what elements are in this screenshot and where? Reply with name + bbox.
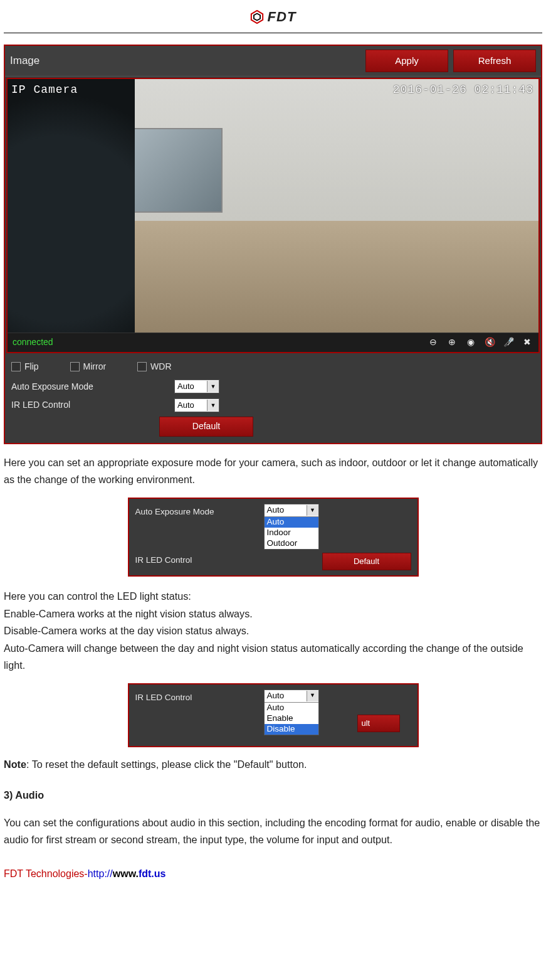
svg-marker-0 <box>251 11 262 23</box>
ir-disable-description: Disable-Camera works at the day vision s… <box>4 622 542 640</box>
refresh-button[interactable]: Refresh <box>453 50 536 72</box>
note-label: Note <box>4 759 26 770</box>
footer-domain: fdt.us <box>139 868 166 879</box>
note-text: : To reset the default settings, please … <box>26 759 307 770</box>
audio-description: You can set the configurations about aud… <box>4 814 542 849</box>
checkbox-icon <box>11 362 21 371</box>
chevron-down-icon: ▼ <box>307 505 318 516</box>
footer-www: www. <box>113 868 139 879</box>
video-status-bar: connected ⊖ ⊕ ◉ 🔇 🎤̸ ✖ <box>8 333 538 352</box>
wdr-checkbox[interactable]: WDR <box>137 360 171 375</box>
footer-proto: http:// <box>88 868 113 879</box>
panel-header: Image Apply Refresh <box>5 46 541 77</box>
exposure-mode-select[interactable]: Auto ▼ <box>174 380 219 393</box>
mute-mic-icon[interactable]: 🎤̸ <box>502 336 515 349</box>
brand-logo: FDT <box>250 5 297 28</box>
image-settings-panel: Image Apply Refresh IP Camera 2016-01-26… <box>4 45 542 444</box>
mirror-label: Mirror <box>83 360 107 375</box>
dropdown-options: Auto Indoor Outdoor <box>265 516 318 549</box>
connection-status: connected <box>13 335 427 350</box>
exposure-description: Here you can set an appropriate exposure… <box>4 454 542 489</box>
option-disable[interactable]: Disable <box>265 724 318 735</box>
exposure-mode-label: Auto Exposure Mode <box>135 504 264 519</box>
option-outdoor[interactable]: Outdoor <box>265 538 318 549</box>
ir-dropdown-panel: IR LED Control Auto ▼ Auto Enable Disabl… <box>128 683 419 747</box>
ir-led-label: IR LED Control <box>135 552 264 568</box>
default-button-partial[interactable]: ult <box>357 715 400 732</box>
flip-label: Flip <box>24 360 39 375</box>
exposure-mode-dropdown[interactable]: Auto ▼ Auto Indoor Outdoor <box>264 504 319 550</box>
ir-led-select[interactable]: Auto ▼ <box>174 398 219 412</box>
checkbox-icon <box>137 362 147 371</box>
checkbox-icon <box>70 362 80 371</box>
image-controls: Flip Mirror WDR Auto Exposure Mode Auto … <box>5 354 541 443</box>
footer-company: FDT Technologies- <box>4 868 88 879</box>
svg-marker-1 <box>254 13 260 20</box>
ir-description-intro: Here you can control the LED light statu… <box>4 588 542 605</box>
ir-led-label: IR LED Control <box>135 690 264 705</box>
ir-enable-description: Enable-Camera works at the night vision … <box>4 605 542 623</box>
mirror-checkbox[interactable]: Mirror <box>70 360 107 375</box>
exposure-mode-value: Auto <box>175 380 207 393</box>
page-footer: FDT Technologies-http://www.fdt.us <box>4 865 542 882</box>
tools-icon[interactable]: ✖ <box>521 336 533 349</box>
panel-title: Image <box>10 52 360 70</box>
mute-speaker-icon[interactable]: 🔇 <box>483 336 496 349</box>
ir-led-label: IR LED Control <box>11 398 174 413</box>
audio-heading: 3) Audio <box>4 787 542 804</box>
record-icon[interactable]: ◉ <box>465 336 477 349</box>
hexagon-icon <box>250 10 264 24</box>
zoom-out-icon[interactable]: ⊖ <box>427 336 439 349</box>
default-button[interactable]: Default <box>159 417 253 437</box>
flip-checkbox[interactable]: Flip <box>11 360 39 375</box>
zoom-in-icon[interactable]: ⊕ <box>446 336 458 349</box>
chevron-down-icon: ▼ <box>307 691 318 701</box>
wdr-label: WDR <box>150 360 171 375</box>
apply-button[interactable]: Apply <box>365 50 448 72</box>
exposure-dropdown-panel: Auto Exposure Mode Auto ▼ Auto Indoor Ou… <box>128 498 419 577</box>
overlay-camera-name: IP Camera <box>11 80 78 100</box>
overlay-timestamp: 2016-01-26 02:11:43 <box>393 80 533 100</box>
brand-bar: FDT <box>4 4 542 33</box>
note-paragraph: Note: To reset the default settings, ple… <box>4 756 542 774</box>
video-preview: IP Camera 2016-01-26 02:11:43 connected … <box>6 78 540 353</box>
default-button[interactable]: Default <box>322 553 411 570</box>
exposure-mode-label: Auto Exposure Mode <box>11 380 174 395</box>
chevron-down-icon: ▼ <box>207 381 219 392</box>
chevron-down-icon: ▼ <box>207 400 219 411</box>
ir-auto-description: Auto-Camera will change between the day … <box>4 640 542 674</box>
ir-led-dropdown[interactable]: Auto ▼ Auto Enable Disable <box>264 690 319 735</box>
brand-text: FDT <box>268 5 297 28</box>
ir-led-value: Auto <box>175 398 207 412</box>
dropdown-options: Auto Enable Disable <box>265 702 318 735</box>
